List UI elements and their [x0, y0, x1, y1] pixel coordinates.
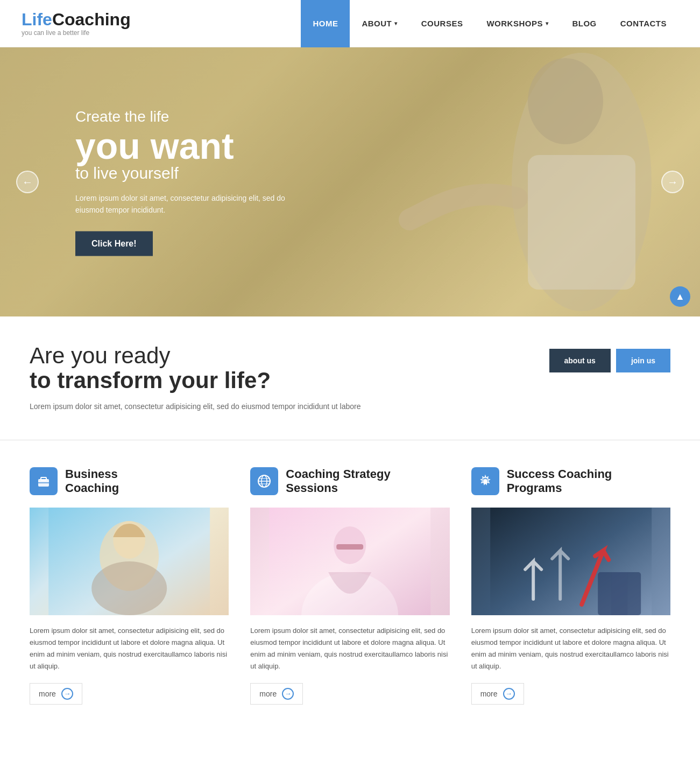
transform-title2: to transform your life? [30, 368, 528, 393]
about-us-button[interactable]: about us [549, 349, 611, 372]
transform-description: Lorem ipsum dolor sit amet, consectetur … [30, 400, 528, 412]
hero-content: Create the life you want to live yoursel… [75, 108, 301, 256]
service-image-strategy [250, 508, 449, 615]
arrow-circle-icon: → [61, 688, 73, 700]
logo[interactable]: LifeCoaching you can live a better life [22, 11, 131, 37]
svg-rect-22 [611, 572, 627, 615]
hero-subtitle: Create the life [75, 108, 301, 125]
transform-title1: Are you ready [30, 343, 528, 368]
nav-item-home[interactable]: HOME [301, 0, 350, 47]
service-header-strategy: Coaching StrategySessions [250, 467, 449, 496]
hero-section: Create the life you want to live yoursel… [0, 47, 700, 316]
service-image-business [30, 508, 229, 615]
svg-point-1 [528, 58, 603, 144]
gear-icon [471, 467, 499, 495]
main-nav: HOME ABOUT ▾ COURSES WORKSHOPS ▾ BLOG CO… [301, 0, 678, 47]
hero-description: Lorem ipsum dolor sit amet, consectetur … [75, 192, 301, 216]
service-image-success [471, 508, 670, 615]
service-card-strategy: Coaching StrategySessions Lorem ip [250, 467, 449, 705]
nav-item-contacts[interactable]: CONTACTS [609, 0, 678, 47]
service-title-strategy: Coaching StrategySessions [286, 467, 390, 496]
svg-rect-2 [528, 155, 635, 290]
nav-item-blog[interactable]: BLOG [560, 0, 608, 47]
chevron-down-icon: ▾ [394, 20, 398, 26]
nav-item-about[interactable]: ABOUT ▾ [350, 0, 409, 47]
logo-life: Life [22, 10, 52, 29]
hero-title-main: you want [75, 128, 301, 164]
service-header-success: Success CoachingPrograms [471, 467, 670, 496]
service-more-business[interactable]: more → [30, 683, 82, 705]
logo-tagline: you can live a better life [22, 29, 131, 37]
header: LifeCoaching you can live a better life … [0, 0, 700, 47]
hero-illustration [377, 47, 657, 316]
chevron-down-icon: ▾ [546, 20, 549, 26]
service-card-business: BusinessCoaching Lorem ipsum dolor s [30, 467, 229, 705]
service-more-strategy[interactable]: more → [250, 683, 303, 705]
service-title-success: Success CoachingPrograms [507, 467, 612, 496]
arrow-circle-icon: → [282, 688, 294, 700]
briefcase-icon [30, 467, 58, 495]
arrow-circle-icon: → [503, 688, 515, 700]
hero-cta-button[interactable]: Click Here! [75, 231, 153, 256]
service-card-success: Success CoachingPrograms [471, 467, 670, 705]
service-desc-strategy: Lorem ipsum dolor sit amet, consectetur … [250, 625, 449, 672]
transform-section: Are you ready to transform your life? Lo… [0, 316, 700, 440]
logo-coaching: Coaching [52, 10, 131, 29]
join-us-button[interactable]: join us [616, 349, 670, 372]
service-title-business: BusinessCoaching [65, 467, 119, 496]
service-header-business: BusinessCoaching [30, 467, 229, 496]
transform-buttons: about us join us [549, 349, 670, 372]
globe-icon [250, 467, 278, 495]
svg-point-9 [91, 561, 167, 615]
hero-title-sub: to live yourself [75, 164, 301, 182]
hero-prev-button[interactable]: ← [16, 171, 39, 193]
service-more-success[interactable]: more → [471, 683, 524, 705]
service-desc-success: Lorem ipsum dolor sit amet, consectetur … [471, 625, 670, 672]
nav-item-workshops[interactable]: WORKSHOPS ▾ [475, 0, 560, 47]
hero-next-button[interactable]: → [661, 171, 684, 193]
svg-rect-4 [41, 477, 46, 480]
svg-rect-18 [336, 544, 363, 550]
nav-item-courses[interactable]: COURSES [409, 0, 475, 47]
services-section: BusinessCoaching Lorem ipsum dolor s [0, 440, 700, 731]
scroll-top-button[interactable]: ▲ [670, 286, 690, 307]
service-desc-business: Lorem ipsum dolor sit amet, consectetur … [30, 625, 229, 672]
transform-text: Are you ready to transform your life? Lo… [30, 343, 528, 413]
